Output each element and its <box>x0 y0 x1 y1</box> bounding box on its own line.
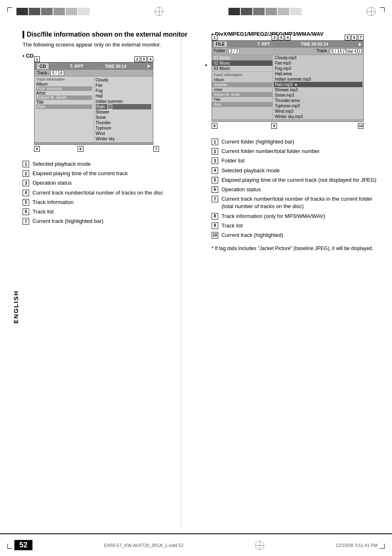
file-desc-3: 3 Folder list <box>212 157 382 164</box>
file-desc-6: 6 Operation status <box>212 186 382 193</box>
grey-mark-r5 <box>278 8 289 15</box>
file-num-label-2: 2 <box>272 35 277 40</box>
asterisk-marker: * <box>205 63 207 69</box>
cd-track-item-1: Cloudy <box>96 77 152 83</box>
cd-desc-text-5: Track information <box>32 199 74 206</box>
file-desc-text-4: Selected playback mode <box>221 167 280 174</box>
cd-desc-3: 3 Operation status <box>23 179 195 187</box>
file-num-label-8: 8 <box>212 123 217 129</box>
file-num-label-1: 1 <box>212 35 217 40</box>
cd-track-info: Track : <box>37 71 51 75</box>
grey-mark-r2 <box>241 8 252 15</box>
file-num-label-5: 5 <box>345 35 350 40</box>
file-desc-8: 8 Track information (only for MP3/WMA/WA… <box>212 213 382 220</box>
file-info-artist-val: Robert M. Smith <box>212 92 272 97</box>
cd-track-bar: Track : 6 / 14 <box>35 70 153 76</box>
file-folder-row: Folder : 2 / 3 Track : 6 / 14 (Total 41) <box>212 48 363 55</box>
file-list-item-4: Hail.wma <box>274 71 362 76</box>
file-mode: T. RPT <box>257 42 270 46</box>
cd-info-album-val: Four seasons <box>36 86 92 91</box>
file-info-album-key: Album <box>212 77 272 82</box>
cd-desc-text-7: Current track (highlighted bar) <box>32 218 104 225</box>
cd-play-arrow <box>148 65 150 68</box>
file-num-labels-top: 1 2 3 4 5 6 7 <box>212 35 364 40</box>
file-folder-item-2: 02 Music <box>212 60 272 66</box>
file-desc-9: 9 Track list <box>212 222 382 229</box>
crosshair-left <box>154 7 164 16</box>
cd-desc-num-6: 6 <box>23 208 29 215</box>
file-list-item-10: Typhoon.mp3 <box>274 103 362 109</box>
file-play-arrow <box>359 43 362 46</box>
cd-desc-1: 1 Selected playback mode <box>23 160 195 168</box>
cd-track-item-2: Fair <box>96 83 152 88</box>
grey-mark-4 <box>53 8 65 15</box>
cd-desc-text-4: Current track number/total number of tra… <box>32 189 163 197</box>
file-desc-text-8: Track information (only for MP3/WMA/WAV) <box>221 213 325 220</box>
grey-mark-3 <box>41 8 53 15</box>
file-folder-number: 2 / 3 <box>228 49 240 54</box>
cd-track-item-5: Indian summer <box>96 99 152 104</box>
section-title: Disc/file information shown on the exter… <box>23 31 195 38</box>
file-info-title-key: Title <box>212 97 272 102</box>
file-screen-container: 1 2 3 4 5 6 7 FILE T. RPT TIME 00: <box>212 40 372 122</box>
file-top-bar: FILE T. RPT TIME 00:00:14 <box>212 41 363 48</box>
cd-mode: T. RPT <box>70 64 84 69</box>
file-right-panel: Cloudy.mp3 Fair.mp3 Fog.mp3 Hail.wma Ind… <box>273 55 363 119</box>
file-descriptions: 1 Current folder (highlighted bar) 2 Cur… <box>212 138 382 239</box>
file-desc-text-1: Current folder (highlighted bar) <box>221 138 294 146</box>
crosshair-right <box>367 7 376 16</box>
cd-bottom-spacer <box>23 151 195 160</box>
cd-num-labels-top: 1 2 3 4 <box>34 56 153 62</box>
cd-track-list-right: Cloudy Fair Fog Hail Indian summer Rain … <box>94 76 153 142</box>
cd-num-label-2: 2 <box>134 56 140 62</box>
file-desc-2: 2 Current folder number/total folder num… <box>212 148 382 155</box>
cd-bottom-bar <box>35 142 153 144</box>
file-left-panel: 01 Music 02 Music 03 Music Track Informa… <box>212 55 273 119</box>
sidebar-text: ENGLISH <box>12 290 19 324</box>
file-track-info-label: Track Information <box>212 72 272 77</box>
file-main-area: 01 Music 02 Music 03 Music Track Informa… <box>212 55 363 119</box>
cd-num-label-7: 7 <box>153 146 159 152</box>
top-registration-bar <box>0 0 392 23</box>
file-desc-10: 10 Current track (highlighted) <box>212 232 382 239</box>
cd-desc-num-3: 3 <box>23 180 29 186</box>
file-folder-item-1: 01 Music <box>212 55 272 60</box>
cd-descriptions: 1 Selected playback mode 2 Elapsed playi… <box>23 160 195 225</box>
asterisk-note: * If tag data includes "Jacket Picture" … <box>212 245 382 252</box>
grey-mark-r6 <box>290 8 302 15</box>
cd-track-item-11: Wind <box>96 131 152 136</box>
cd-desc-4: 4 Current track number/total number of t… <box>23 189 195 197</box>
grey-marks-left <box>16 8 90 15</box>
cd-desc-num-4: 4 <box>23 190 29 196</box>
cd-info-artist-key: Artist <box>36 91 92 95</box>
sidebar-label: ENGLISH <box>8 82 23 531</box>
cd-track-list-area: Track Information Album Four seasons Art… <box>35 76 153 142</box>
cd-top-bar: CD T. RPT TIME 00:14 <box>35 63 153 70</box>
file-info-album-val: Weather <box>212 82 272 87</box>
cd-num-label-4: 4 <box>148 56 153 62</box>
cd-desc-text-6: Track list <box>32 208 54 215</box>
file-time: TIME 00:00:14 <box>301 42 328 46</box>
file-desc-num-6: 6 <box>212 186 218 193</box>
file-list-item-6-highlighted: Rain.mp3 ● <box>274 82 362 87</box>
cd-info-label: Track Information <box>36 77 92 81</box>
file-folder-item-3: 03 Music <box>212 66 272 71</box>
cd-desc-num-5: 5 <box>23 199 29 206</box>
file-list-item-5: Indian summer.mp3 <box>274 76 362 82</box>
file-num-label-10: 10 <box>358 123 364 129</box>
grey-mark-r1 <box>228 8 240 15</box>
file-desc-num-8: 8 <box>212 213 218 220</box>
file-bottom-spacer <box>212 129 382 138</box>
file-screen: FILE T. RPT TIME 00:00:14 Folder : 2 / 3… <box>212 40 364 122</box>
cd-track-number: 6 / 14 <box>51 70 64 76</box>
cd-desc-text-2: Elapsed playing time of the current trac… <box>32 170 128 177</box>
file-info-separator <box>212 72 272 72</box>
file-desc-1: 1 Current folder (highlighted bar) <box>212 138 382 146</box>
file-label: FILE <box>214 42 227 47</box>
grey-mark-6 <box>78 8 90 15</box>
left-column: Disc/file information shown on the exter… <box>23 31 195 227</box>
file-desc-num-10: 10 <box>212 232 218 239</box>
footer-left: EN50-57_KW-AVX720_001A_1.indd 52 <box>104 543 183 548</box>
file-num-label-3: 3 <box>278 35 284 40</box>
cd-desc-num-2: 2 <box>23 170 29 177</box>
